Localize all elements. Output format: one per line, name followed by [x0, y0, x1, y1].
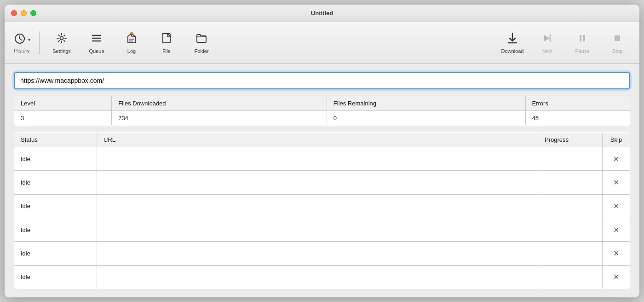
- queue-cell-url: [97, 147, 538, 171]
- stats-header-files-remaining: Files Remaining: [327, 96, 525, 111]
- queue-header-status: Status: [14, 133, 97, 147]
- queue-row: Idle✕: [14, 171, 630, 194]
- url-input[interactable]: [14, 72, 630, 89]
- queue-cell-skip[interactable]: ✕: [603, 218, 630, 241]
- queue-cell-skip[interactable]: ✕: [603, 147, 630, 171]
- stop-label: Stop: [612, 48, 623, 54]
- history-chevron-icon: ▾: [28, 37, 30, 42]
- next-button[interactable]: Next: [531, 27, 564, 59]
- queue-cell-skip[interactable]: ✕: [603, 265, 630, 289]
- queue-cell-status: Idle: [14, 242, 97, 265]
- queue-header-progress: Progress: [538, 133, 603, 147]
- queue-cell-status: Idle: [14, 171, 97, 194]
- next-icon: [541, 32, 554, 46]
- skip-button[interactable]: ✕: [609, 226, 623, 234]
- stop-button[interactable]: Stop: [601, 27, 634, 59]
- queue-cell-status: Idle: [14, 147, 97, 171]
- skip-button[interactable]: ✕: [609, 155, 623, 163]
- svg-point-1: [60, 36, 63, 40]
- traffic-lights: [11, 10, 36, 16]
- log-label: Log: [127, 48, 136, 54]
- stats-level: 3: [14, 111, 112, 126]
- svg-text:!: !: [131, 33, 132, 36]
- queue-cell-url: [97, 242, 538, 265]
- stats-row: 3 734 0 45: [14, 111, 630, 126]
- window-title: Untitled: [311, 10, 333, 17]
- history-label: History: [14, 48, 29, 53]
- separator-1: [39, 31, 40, 54]
- settings-icon: [55, 32, 68, 46]
- stop-icon: [611, 32, 624, 46]
- queue-cell-skip[interactable]: ✕: [603, 171, 630, 194]
- settings-button[interactable]: Settings: [45, 27, 78, 59]
- download-button[interactable]: Download: [496, 27, 529, 59]
- queue-cell-progress: [538, 242, 603, 265]
- folder-button[interactable]: Folder: [185, 27, 218, 59]
- svg-rect-13: [580, 35, 581, 41]
- minimize-button[interactable]: [21, 10, 27, 16]
- svg-marker-12: [544, 35, 550, 41]
- maximize-button[interactable]: [30, 10, 36, 16]
- skip-button[interactable]: ✕: [609, 249, 623, 258]
- pause-button[interactable]: Pause: [566, 27, 599, 59]
- queue-row: Idle✕: [14, 242, 630, 265]
- history-button[interactable]: ▾ History: [10, 27, 34, 59]
- pause-label: Pause: [575, 48, 589, 54]
- stats-table: Level Files Downloaded Files Remaining E…: [14, 96, 630, 126]
- file-icon: [160, 32, 173, 46]
- main-content: Level Files Downloaded Files Remaining E…: [5, 64, 639, 297]
- close-button[interactable]: [11, 10, 17, 16]
- queue-cell-status: Idle: [14, 218, 97, 241]
- queue-row: Idle✕: [14, 194, 630, 218]
- next-label: Next: [542, 48, 553, 54]
- queue-cell-skip[interactable]: ✕: [603, 194, 630, 218]
- stats-errors: 45: [525, 111, 630, 126]
- toolbar: ▾ History Settings: [5, 22, 639, 64]
- stats-files-remaining: 0: [327, 111, 525, 126]
- queue-cell-skip[interactable]: ✕: [603, 242, 630, 265]
- stats-header-level: Level: [14, 96, 112, 111]
- queue-row: Idle✕: [14, 147, 630, 171]
- queue-cell-status: Idle: [14, 265, 97, 289]
- queue-cell-url: [97, 194, 538, 218]
- log-icon: !: [125, 32, 138, 46]
- queue-cell-progress: [538, 218, 603, 241]
- queue-icon: [90, 32, 103, 46]
- download-label: Download: [501, 48, 524, 54]
- svg-rect-14: [583, 35, 585, 41]
- skip-button[interactable]: ✕: [609, 178, 623, 187]
- skip-button[interactable]: ✕: [609, 273, 623, 281]
- queue-cell-progress: [538, 171, 603, 194]
- queue-row: Idle✕: [14, 218, 630, 241]
- queue-label: Queue: [89, 48, 104, 54]
- folder-icon: [195, 32, 208, 46]
- queue-table: Status URL Progress Skip Idle✕Idle✕Idle✕…: [14, 132, 630, 289]
- file-button[interactable]: File: [150, 27, 183, 59]
- history-icon: [13, 32, 26, 48]
- svg-rect-15: [615, 35, 620, 41]
- queue-cell-progress: [538, 265, 603, 289]
- queue-row: Idle✕: [14, 265, 630, 289]
- queue-cell-url: [97, 218, 538, 241]
- file-label: File: [162, 48, 171, 54]
- log-button[interactable]: ! Log: [115, 27, 148, 59]
- main-window: Untitled ▾ History: [5, 5, 639, 297]
- pause-icon: [576, 32, 589, 46]
- download-icon: [506, 32, 519, 46]
- queue-header-url: URL: [97, 133, 538, 147]
- stats-files-downloaded: 734: [112, 111, 327, 126]
- queue-cell-url: [97, 265, 538, 289]
- folder-label: Folder: [194, 48, 208, 54]
- queue-cell-progress: [538, 147, 603, 171]
- stats-header-errors: Errors: [525, 96, 630, 111]
- queue-cell-progress: [538, 194, 603, 218]
- queue-header-skip: Skip: [603, 133, 630, 147]
- queue-cell-url: [97, 171, 538, 194]
- title-bar: Untitled: [5, 5, 639, 22]
- queue-button[interactable]: Queue: [80, 27, 113, 59]
- queue-cell-status: Idle: [14, 194, 97, 218]
- skip-button[interactable]: ✕: [609, 202, 623, 210]
- settings-label: Settings: [52, 48, 71, 54]
- stats-header-files-downloaded: Files Downloaded: [112, 96, 327, 111]
